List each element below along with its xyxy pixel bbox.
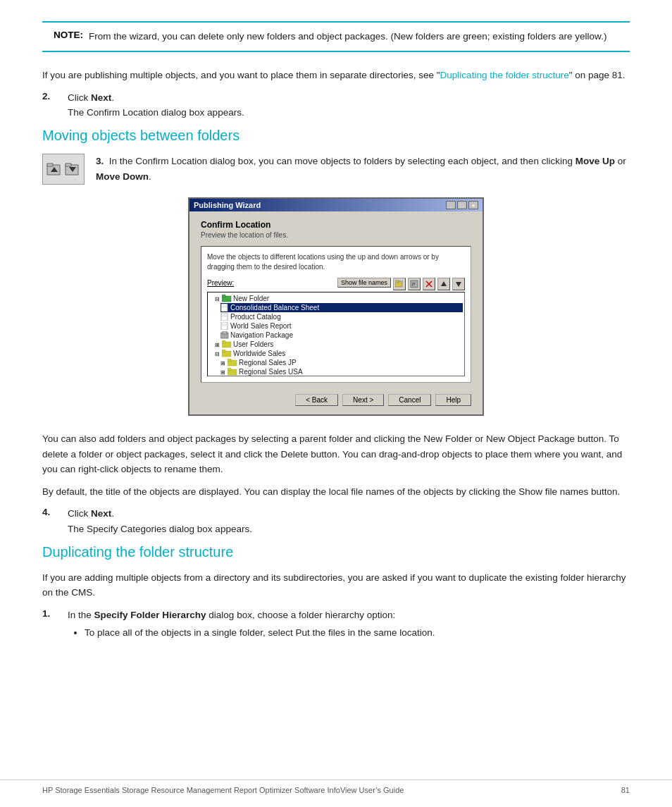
tree-item-world-sales[interactable]: World Sales Report xyxy=(220,321,463,331)
step-2: 2. Click Next. The Confirm Location dial… xyxy=(42,90,630,121)
minimize-btn[interactable]: _ xyxy=(446,201,456,209)
svg-rect-7 xyxy=(395,281,399,283)
step-2-subtext: The Confirm Location dialog box appears. xyxy=(68,107,244,118)
next-btn[interactable]: Next > xyxy=(342,394,384,406)
note-label: NOTE: xyxy=(54,30,83,44)
step-3-content: 3. In the Confirm Location dialog box, y… xyxy=(96,154,630,184)
step-3-num: 3. xyxy=(96,156,104,166)
step-4-content: Click Next. The Specify Categories dialo… xyxy=(68,506,630,536)
svg-rect-17 xyxy=(221,304,228,312)
dialog-body: Confirm Location Preview the location of… xyxy=(189,211,483,414)
footer-page: 81 xyxy=(621,786,630,794)
dialog-titlebar: Publishing Wizard _ □ × xyxy=(189,199,483,211)
dialog-section-sub: Preview the location of files. xyxy=(201,231,471,239)
tree-label-world-sales: World Sales Report xyxy=(230,322,292,330)
dup-paragraph: If you are adding multiple objects from … xyxy=(42,570,630,600)
tree-label-regional-jp: Regional Sales JP xyxy=(239,359,297,366)
tree-item-worldwide-sales[interactable]: ⊟ Worldwide Sales xyxy=(215,349,463,358)
step-2-content: Click Next. The Confirm Location dialog … xyxy=(68,90,630,121)
dup-step-1-bold: Specify Folder Hierarchy xyxy=(94,610,206,620)
step-4-subtext: The Specify Categories dialog box appear… xyxy=(68,524,252,534)
svg-text:⊟: ⊟ xyxy=(215,296,220,302)
titlebar-controls: _ □ × xyxy=(446,201,478,209)
cancel-btn[interactable]: Cancel xyxy=(388,394,431,406)
after-dialog-text2: By default, the title of the objects are… xyxy=(42,484,630,500)
svg-rect-20 xyxy=(221,313,228,321)
new-pkg-btn[interactable]: P xyxy=(408,278,421,290)
note-box: NOTE: From the wizard, you can delete on… xyxy=(42,21,630,52)
svg-text:⊞: ⊞ xyxy=(220,369,225,375)
dialog-buttons: < Back Next > Cancel Help xyxy=(201,388,471,409)
svg-rect-39 xyxy=(228,368,231,371)
tree-item-product-catalog[interactable]: Product Catalog xyxy=(220,312,463,321)
page-footer: HP Storage Essentials Storage Resource M… xyxy=(0,780,672,794)
maximize-btn[interactable]: □ xyxy=(457,201,467,209)
move-down-toolbar-btn[interactable] xyxy=(452,278,465,290)
svg-text:⊟: ⊟ xyxy=(215,351,220,357)
step-3-bold1: Move Up xyxy=(575,156,615,166)
step-3-row: 3. In the Confirm Location dialog box, y… xyxy=(42,154,630,185)
svg-rect-33 xyxy=(222,350,225,352)
publishing-wizard-dialog: Publishing Wizard _ □ × Confirm Location… xyxy=(188,197,484,416)
step-4-bold: Next xyxy=(91,508,111,519)
file-tree[interactable]: ⊟ New Folder Consolidated Balance Sheet xyxy=(207,292,465,376)
delete-btn[interactable] xyxy=(423,278,435,290)
move-up-icon xyxy=(46,161,62,177)
svg-text:⊞: ⊞ xyxy=(215,342,220,347)
svg-marker-12 xyxy=(441,281,447,286)
tree-label-product-catalog: Product Catalog xyxy=(230,313,281,321)
back-btn[interactable]: < Back xyxy=(295,394,338,406)
step-2-num: 2. xyxy=(42,90,68,121)
dup-step-1: 1. In the Specify Folder Hierarchy dialo… xyxy=(42,608,630,646)
preview-header-row: Preview: Show file names P xyxy=(207,278,465,290)
tree-item-balance-sheet[interactable]: Consolidated Balance Sheet xyxy=(220,303,463,312)
tree-label-regional-usa: Regional Sales USA xyxy=(239,368,303,376)
step-3-bold2: Move Down xyxy=(96,171,149,182)
dup-bullet-item: To place all of the objects in a single … xyxy=(85,625,630,641)
tree-label-user-folders: User Folders xyxy=(233,340,273,348)
step-4-num: 4. xyxy=(42,506,68,536)
dialog-inner-text: Move the objects to different locations … xyxy=(207,252,465,272)
dup-link[interactable]: Duplicating the folder structure xyxy=(440,70,569,80)
dialog-inner-box: Move the objects to different locations … xyxy=(201,246,471,383)
tree-item-nav-package[interactable]: Navigation Package xyxy=(220,331,463,340)
tree-label-nav-package: Navigation Package xyxy=(230,331,293,339)
dup-step-1-num: 1. xyxy=(42,608,68,646)
new-folder-btn[interactable] xyxy=(393,278,406,290)
svg-text:P: P xyxy=(412,282,416,287)
tree-item-new-folder[interactable]: ⊟ New Folder xyxy=(215,294,463,303)
move-up-toolbar-btn[interactable] xyxy=(437,278,450,290)
dialog-wrapper: Publishing Wizard _ □ × Confirm Location… xyxy=(42,197,630,416)
help-btn[interactable]: Help xyxy=(435,394,471,406)
tree-item-regional-usa[interactable]: ⊞ Regional Sales USA xyxy=(220,367,463,376)
move-down-icon xyxy=(65,161,80,177)
svg-text:⊞: ⊞ xyxy=(220,360,225,366)
tree-item-user-folders[interactable]: ⊞ User Folders xyxy=(215,340,463,349)
tree-item-regional-jp[interactable]: ⊞ Regional Sales JP xyxy=(220,358,463,367)
step-2-bold: Next xyxy=(91,92,111,103)
svg-rect-30 xyxy=(222,340,225,343)
move-icons xyxy=(42,154,85,185)
section-heading-duplicating: Duplicating the folder structure xyxy=(42,544,630,560)
note-text: From the wizard, you can delete only new… xyxy=(89,30,606,44)
tree-label-worldwide-sales: Worldwide Sales xyxy=(233,350,285,357)
show-file-names-btn[interactable]: Show file names xyxy=(337,278,391,288)
svg-marker-13 xyxy=(456,282,461,287)
svg-rect-16 xyxy=(222,295,225,297)
svg-rect-36 xyxy=(228,359,231,362)
preview-label: Preview: xyxy=(207,279,234,287)
dialog-section-title: Confirm Location xyxy=(201,220,471,230)
footer-left: HP Storage Essentials Storage Resource M… xyxy=(42,786,404,794)
svg-rect-23 xyxy=(221,322,228,330)
step-4: 4. Click Next. The Specify Categories di… xyxy=(42,506,630,536)
tree-label-new-folder: New Folder xyxy=(233,295,269,302)
svg-rect-1 xyxy=(47,164,53,166)
dialog-title: Publishing Wizard xyxy=(194,201,261,209)
close-btn[interactable]: × xyxy=(468,201,478,209)
dup-step-1-content: In the Specify Folder Hierarchy dialog b… xyxy=(68,608,630,646)
dup-bullet-list: To place all of the objects in a single … xyxy=(85,625,630,641)
after-dialog-text1: You can also add folders and object pack… xyxy=(42,431,630,477)
intro-paragraph: If you are publishing multiple objects, … xyxy=(42,68,630,83)
tree-label-balance-sheet: Consolidated Balance Sheet xyxy=(230,304,319,312)
section-heading-moving: Moving objects between folders xyxy=(42,128,630,144)
